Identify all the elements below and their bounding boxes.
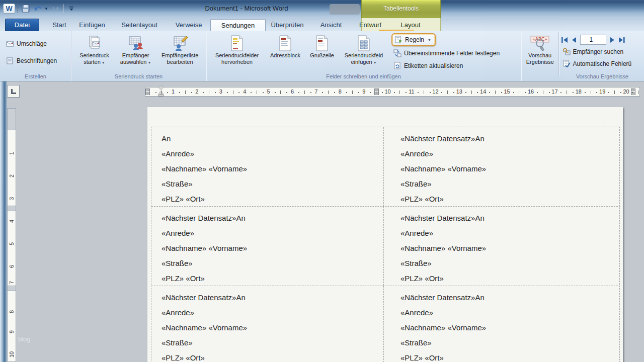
ruler-tick — [215, 92, 216, 93]
document-page[interactable]: An«Anrede»«Nachname» «Vorname»«Straße»«P… — [147, 107, 623, 362]
dropdown-caret-icon: ▼ — [428, 38, 431, 42]
tab-start[interactable]: Start — [45, 19, 73, 31]
ruler-tick — [203, 92, 204, 93]
last-record-icon[interactable] — [618, 37, 625, 43]
tab-layout[interactable]: Layout — [395, 19, 426, 31]
ruler-tick — [585, 92, 586, 93]
undo-icon[interactable] — [33, 4, 43, 14]
uebereinstimmende-felder-button[interactable]: Übereinstimmende Felder festlegen — [391, 48, 502, 59]
window-title: Dokument1 - Microsoft Word — [151, 5, 342, 12]
etiketten-aktualisieren-button[interactable]: Etiketten aktualisieren — [391, 60, 502, 71]
merge-field-line: «Nachname» «Vorname» — [384, 241, 620, 256]
find-recipient-icon — [562, 48, 571, 56]
horizontal-ruler[interactable]: 1234567891011121314151617181920 — [145, 87, 640, 97]
ruler-number: 20 — [623, 88, 629, 95]
tab-sendungen[interactable]: Sendungen — [210, 19, 266, 31]
grusszeile-button[interactable]: Grußzeile — [305, 32, 339, 73]
tab-seitenlayout[interactable]: Seitenlayout — [115, 19, 164, 31]
ruler-number: 16 — [528, 88, 534, 95]
tab-datei[interactable]: Datei — [5, 19, 39, 31]
ruler-number: 7 — [314, 88, 317, 95]
ruler-tick — [549, 92, 550, 93]
merge-field-line: «Nachname» «Vorname» — [384, 320, 620, 335]
merge-table: An«Anrede»«Nachname» «Vorname»«Straße»«P… — [151, 127, 620, 362]
ruler-number: 19 — [599, 88, 605, 95]
tab-entwurf[interactable]: Entwurf — [355, 19, 385, 31]
word-logo-icon[interactable]: W — [3, 4, 15, 14]
tab-verweise[interactable]: Verweise — [170, 19, 207, 31]
btn-line: Seriendruckfeld — [345, 52, 383, 58]
umschlaege-button[interactable]: Umschläge — [4, 39, 71, 49]
ruler-tick — [238, 92, 239, 93]
group-label-seriendruck: Seriendruck starten — [71, 73, 206, 79]
merge-field-line: «Anrede» — [151, 146, 383, 161]
ruler-tick — [334, 92, 335, 93]
btn-line: bearbeiten — [167, 59, 193, 65]
dropdown-caret-icon: ▼ — [373, 61, 377, 64]
merge-cell-left[interactable]: «Nächster Datensatz»An«Anrede»«Nachname»… — [151, 286, 384, 362]
highlight-merge-fields-icon — [229, 34, 245, 52]
ruler-tick — [620, 92, 621, 93]
merge-field-line: «Straße» — [384, 256, 620, 271]
ruler-tick — [489, 92, 490, 93]
tab-ansicht[interactable]: Ansicht — [314, 19, 348, 31]
quick-access-toolbar: W ▼ — [3, 2, 76, 15]
ruler-number: 2 — [195, 88, 198, 95]
empfaenger-suchen-button[interactable]: Empfänger suchen — [560, 46, 644, 57]
empfaenger-auswaehlen-button[interactable]: Empfänger auswählen▼ — [116, 32, 155, 73]
record-number-input[interactable]: 1 — [580, 35, 606, 45]
ruler-number: 15 — [504, 88, 510, 95]
merge-cell-right[interactable]: «Nächster Datensatz»An«Anrede»«Nachname»… — [384, 207, 620, 286]
seriendruck-starten-button[interactable]: Seriendruck starten▼ — [72, 32, 116, 73]
ruler-tick — [614, 90, 615, 94]
ruler-tick — [573, 92, 574, 93]
edit-recipient-list-icon — [172, 34, 189, 52]
automatische-fehlerueberpruefung-button[interactable]: Automatische Fehlerü — [560, 58, 644, 69]
preview-results-icon: «ABC» — [530, 34, 550, 52]
ruler-tick — [298, 92, 299, 93]
next-record-icon[interactable] — [610, 37, 615, 43]
tab-einfügen[interactable]: Einfügen — [75, 19, 109, 31]
merge-cell-right[interactable]: «Nächster Datensatz»An«Anrede»«Nachname»… — [384, 286, 620, 362]
ruler-tick — [519, 90, 519, 94]
merge-cell-right[interactable]: «Nächster Datensatz»An«Anrede»«Nachname»… — [384, 127, 620, 206]
ruler-tick — [543, 90, 543, 94]
ruler-tick — [608, 92, 609, 93]
vertical-ruler[interactable]: 12345678910 — [7, 108, 16, 362]
ruler-number: 4 — [243, 88, 246, 95]
seriendruckfelder-hervorheben-button[interactable]: Seriendruckfelder hervorheben — [208, 32, 266, 73]
undo-dropdown-icon[interactable]: ▼ — [44, 7, 48, 11]
ruler-tick — [495, 90, 496, 94]
adressblock-button[interactable]: Adressblock — [266, 32, 305, 73]
tab-überprüfen[interactable]: Überprüfen — [266, 19, 309, 31]
merge-cell-left[interactable]: An«Anrede»«Nachname» «Vorname»«Straße»«P… — [151, 127, 384, 206]
customize-quick-access-icon[interactable] — [66, 4, 76, 14]
ruler-tick — [251, 92, 252, 93]
ruler-number: 10 — [9, 351, 15, 357]
ruler-number: 8 — [339, 88, 342, 95]
table-column-marker[interactable] — [631, 88, 635, 95]
vorschau-ergebnisse-button[interactable]: «ABC» Vorschau Ergebnisse — [523, 32, 557, 73]
merge-field-line: «Nächster Datensatz»An — [384, 131, 620, 146]
group-vorschau: «ABC» Vorschau Ergebnisse 1 — [521, 31, 644, 81]
tab-stop-selector[interactable] — [7, 85, 20, 98]
merge-cell-left[interactable]: «Nächster Datensatz»An«Anrede»«Nachname»… — [151, 207, 384, 286]
first-record-icon[interactable] — [561, 37, 568, 43]
merge-field-line: «PLZ» «Ort» — [151, 271, 383, 286]
regeln-button[interactable]: Regeln ▼ — [391, 33, 436, 46]
redo-icon[interactable] — [51, 4, 61, 14]
ruler-number: 5 — [9, 241, 15, 247]
empfaengerliste-bearbeiten-button[interactable]: Empfängerliste bearbeiten — [155, 32, 205, 73]
ruler-number: 14 — [480, 88, 486, 95]
beschriftungen-button[interactable]: Beschriftungen — [4, 56, 71, 66]
insert-merge-field-icon — [356, 34, 371, 52]
merge-field-line: «Anrede» — [151, 226, 383, 241]
previous-record-icon[interactable] — [572, 37, 577, 43]
ruler-number: 7 — [9, 280, 15, 286]
table-column-marker[interactable] — [374, 88, 379, 95]
save-icon[interactable] — [21, 4, 31, 14]
seriendruckfeld-einfuegen-button[interactable]: Seriendruckfeld einfügen▼ — [339, 32, 388, 73]
group-label-vorschau: Vorschau Ergebnisse — [560, 73, 644, 79]
watermark: blog — [18, 335, 31, 343]
table-column-marker[interactable] — [145, 88, 150, 95]
